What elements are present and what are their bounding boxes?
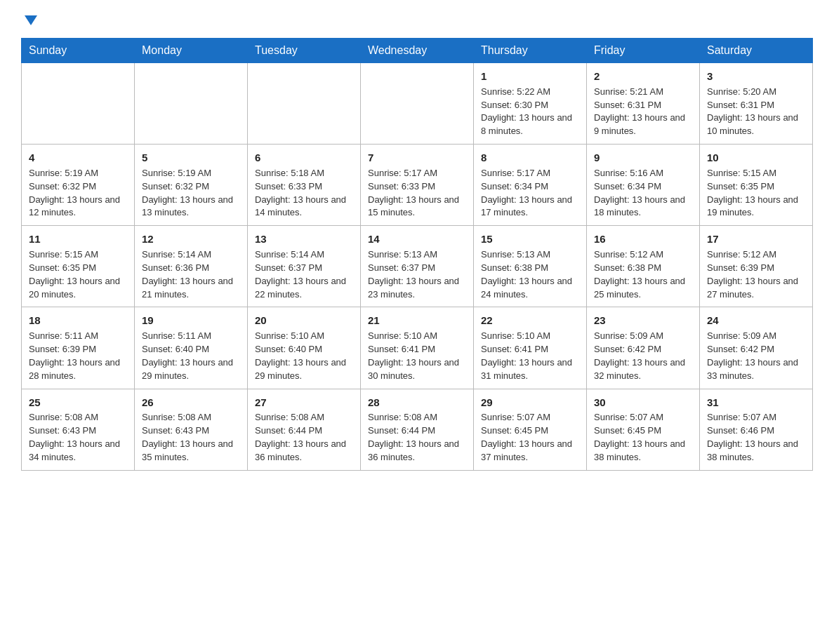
day-info: Sunrise: 5:19 AMSunset: 6:32 PMDaylight:… — [142, 167, 240, 220]
day-number: 26 — [142, 395, 240, 410]
calendar-cell: 4Sunrise: 5:19 AMSunset: 6:32 PMDaylight… — [22, 145, 135, 226]
day-number: 3 — [707, 69, 805, 84]
calendar-week-row: 18Sunrise: 5:11 AMSunset: 6:39 PMDayligh… — [22, 307, 813, 389]
day-info: Sunrise: 5:07 AMSunset: 6:46 PMDaylight:… — [707, 411, 805, 464]
logo — [21, 17, 37, 27]
day-info: Sunrise: 5:17 AMSunset: 6:33 PMDaylight:… — [368, 167, 466, 220]
day-number: 25 — [29, 395, 127, 410]
logo-triangle-icon — [25, 15, 37, 25]
calendar-cell — [248, 63, 361, 145]
day-info: Sunrise: 5:10 AMSunset: 6:41 PMDaylight:… — [368, 330, 466, 382]
day-number: 10 — [707, 150, 805, 166]
day-number: 6 — [255, 150, 353, 166]
calendar-cell — [135, 63, 248, 145]
day-info: Sunrise: 5:13 AMSunset: 6:37 PMDaylight:… — [368, 248, 466, 301]
day-info: Sunrise: 5:18 AMSunset: 6:33 PMDaylight:… — [255, 167, 353, 220]
day-info: Sunrise: 5:10 AMSunset: 6:40 PMDaylight:… — [255, 330, 353, 382]
day-number: 28 — [368, 395, 466, 410]
calendar-cell: 11Sunrise: 5:15 AMSunset: 6:35 PMDayligh… — [22, 226, 135, 307]
calendar-cell: 1Sunrise: 5:22 AMSunset: 6:30 PMDaylight… — [474, 63, 587, 145]
day-info: Sunrise: 5:22 AMSunset: 6:30 PMDaylight:… — [481, 86, 579, 138]
day-info: Sunrise: 5:07 AMSunset: 6:45 PMDaylight:… — [594, 411, 692, 464]
day-info: Sunrise: 5:19 AMSunset: 6:32 PMDaylight:… — [29, 167, 127, 220]
day-info: Sunrise: 5:20 AMSunset: 6:31 PMDaylight:… — [707, 86, 805, 138]
calendar-header-row: SundayMondayTuesdayWednesdayThursdayFrid… — [22, 39, 813, 63]
calendar-cell: 21Sunrise: 5:10 AMSunset: 6:41 PMDayligh… — [361, 307, 474, 389]
calendar-cell: 24Sunrise: 5:09 AMSunset: 6:42 PMDayligh… — [700, 307, 813, 389]
day-number: 7 — [368, 150, 466, 166]
calendar-cell: 25Sunrise: 5:08 AMSunset: 6:43 PMDayligh… — [22, 389, 135, 470]
day-info: Sunrise: 5:12 AMSunset: 6:38 PMDaylight:… — [594, 248, 692, 301]
day-number: 17 — [707, 232, 805, 247]
day-number: 18 — [29, 313, 127, 328]
day-info: Sunrise: 5:07 AMSunset: 6:45 PMDaylight:… — [481, 411, 579, 464]
day-number: 5 — [142, 150, 240, 166]
calendar-week-row: 25Sunrise: 5:08 AMSunset: 6:43 PMDayligh… — [22, 389, 813, 470]
day-number: 1 — [481, 69, 579, 84]
day-number: 13 — [255, 232, 353, 247]
day-info: Sunrise: 5:17 AMSunset: 6:34 PMDaylight:… — [481, 167, 579, 220]
day-number: 22 — [481, 313, 579, 328]
day-of-week-header: Tuesday — [248, 39, 361, 63]
day-number: 24 — [707, 313, 805, 328]
calendar-cell: 20Sunrise: 5:10 AMSunset: 6:40 PMDayligh… — [248, 307, 361, 389]
calendar-cell: 7Sunrise: 5:17 AMSunset: 6:33 PMDaylight… — [361, 145, 474, 226]
day-info: Sunrise: 5:10 AMSunset: 6:41 PMDaylight:… — [481, 330, 579, 382]
calendar-cell: 9Sunrise: 5:16 AMSunset: 6:34 PMDaylight… — [587, 145, 700, 226]
day-info: Sunrise: 5:21 AMSunset: 6:31 PMDaylight:… — [594, 86, 692, 138]
day-info: Sunrise: 5:08 AMSunset: 6:43 PMDaylight:… — [142, 411, 240, 464]
day-of-week-header: Friday — [587, 39, 700, 63]
calendar-cell: 5Sunrise: 5:19 AMSunset: 6:32 PMDaylight… — [135, 145, 248, 226]
day-number: 4 — [29, 150, 127, 166]
day-info: Sunrise: 5:08 AMSunset: 6:44 PMDaylight:… — [255, 411, 353, 464]
day-info: Sunrise: 5:08 AMSunset: 6:44 PMDaylight:… — [368, 411, 466, 464]
day-number: 23 — [594, 313, 692, 328]
calendar-cell: 30Sunrise: 5:07 AMSunset: 6:45 PMDayligh… — [587, 389, 700, 470]
calendar-week-row: 1Sunrise: 5:22 AMSunset: 6:30 PMDaylight… — [22, 63, 813, 145]
calendar-cell: 12Sunrise: 5:14 AMSunset: 6:36 PMDayligh… — [135, 226, 248, 307]
calendar-cell: 27Sunrise: 5:08 AMSunset: 6:44 PMDayligh… — [248, 389, 361, 470]
day-number: 12 — [142, 232, 240, 247]
day-info: Sunrise: 5:15 AMSunset: 6:35 PMDaylight:… — [29, 248, 127, 301]
day-of-week-header: Sunday — [22, 39, 135, 63]
day-info: Sunrise: 5:08 AMSunset: 6:43 PMDaylight:… — [29, 411, 127, 464]
day-number: 19 — [142, 313, 240, 328]
day-number: 16 — [594, 232, 692, 247]
day-info: Sunrise: 5:09 AMSunset: 6:42 PMDaylight:… — [707, 330, 805, 382]
day-number: 29 — [481, 395, 579, 410]
calendar-cell: 17Sunrise: 5:12 AMSunset: 6:39 PMDayligh… — [700, 226, 813, 307]
calendar-cell: 26Sunrise: 5:08 AMSunset: 6:43 PMDayligh… — [135, 389, 248, 470]
day-info: Sunrise: 5:11 AMSunset: 6:39 PMDaylight:… — [29, 330, 127, 382]
calendar-cell: 16Sunrise: 5:12 AMSunset: 6:38 PMDayligh… — [587, 226, 700, 307]
calendar-cell: 28Sunrise: 5:08 AMSunset: 6:44 PMDayligh… — [361, 389, 474, 470]
page-header — [21, 17, 813, 27]
calendar-cell: 10Sunrise: 5:15 AMSunset: 6:35 PMDayligh… — [700, 145, 813, 226]
day-info: Sunrise: 5:15 AMSunset: 6:35 PMDaylight:… — [707, 167, 805, 220]
day-of-week-header: Monday — [135, 39, 248, 63]
day-info: Sunrise: 5:11 AMSunset: 6:40 PMDaylight:… — [142, 330, 240, 382]
day-info: Sunrise: 5:14 AMSunset: 6:36 PMDaylight:… — [142, 248, 240, 301]
day-info: Sunrise: 5:12 AMSunset: 6:39 PMDaylight:… — [707, 248, 805, 301]
calendar-cell: 29Sunrise: 5:07 AMSunset: 6:45 PMDayligh… — [474, 389, 587, 470]
day-info: Sunrise: 5:16 AMSunset: 6:34 PMDaylight:… — [594, 167, 692, 220]
day-number: 8 — [481, 150, 579, 166]
day-number: 30 — [594, 395, 692, 410]
calendar-cell: 15Sunrise: 5:13 AMSunset: 6:38 PMDayligh… — [474, 226, 587, 307]
day-of-week-header: Thursday — [474, 39, 587, 63]
day-number: 15 — [481, 232, 579, 247]
day-info: Sunrise: 5:14 AMSunset: 6:37 PMDaylight:… — [255, 248, 353, 301]
calendar-cell: 22Sunrise: 5:10 AMSunset: 6:41 PMDayligh… — [474, 307, 587, 389]
calendar-cell: 18Sunrise: 5:11 AMSunset: 6:39 PMDayligh… — [22, 307, 135, 389]
calendar-cell: 13Sunrise: 5:14 AMSunset: 6:37 PMDayligh… — [248, 226, 361, 307]
calendar-cell: 2Sunrise: 5:21 AMSunset: 6:31 PMDaylight… — [587, 63, 700, 145]
day-number: 27 — [255, 395, 353, 410]
day-number: 31 — [707, 395, 805, 410]
calendar-cell: 31Sunrise: 5:07 AMSunset: 6:46 PMDayligh… — [700, 389, 813, 470]
day-number: 14 — [368, 232, 466, 247]
calendar-cell: 3Sunrise: 5:20 AMSunset: 6:31 PMDaylight… — [700, 63, 813, 145]
day-number: 9 — [594, 150, 692, 166]
calendar-table: SundayMondayTuesdayWednesdayThursdayFrid… — [21, 38, 813, 471]
calendar-cell: 23Sunrise: 5:09 AMSunset: 6:42 PMDayligh… — [587, 307, 700, 389]
calendar-cell: 19Sunrise: 5:11 AMSunset: 6:40 PMDayligh… — [135, 307, 248, 389]
calendar-cell — [361, 63, 474, 145]
